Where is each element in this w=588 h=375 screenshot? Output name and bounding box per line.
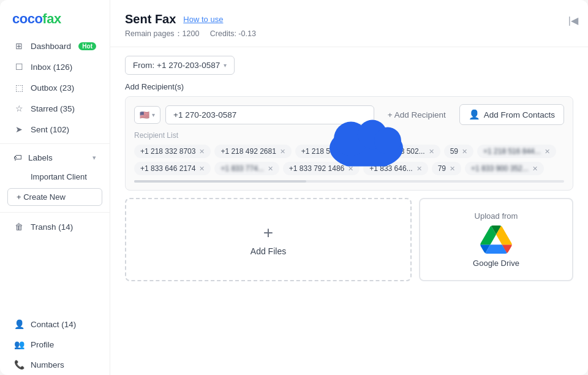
tag-number: 79 xyxy=(438,164,446,173)
chevron-down-icon: ▾ xyxy=(224,62,227,69)
sidebar-item-numbers[interactable]: 📞 Numbers xyxy=(4,355,106,374)
add-from-contacts-label: Add From Contacts xyxy=(484,110,555,119)
tag-icon: 🏷 xyxy=(13,153,22,162)
recipient-list-label: Recipient List xyxy=(134,131,564,140)
tag-number: +1 218 492 2681 xyxy=(221,147,276,156)
list-item: +1 218 492 2681 ✕ xyxy=(214,145,291,158)
sidebar-item-outbox[interactable]: ⬚ Outbox (23) xyxy=(4,78,106,97)
sidebar-item-label: Numbers xyxy=(31,360,96,369)
list-item: +1 833 646 2174 ✕ xyxy=(134,162,211,175)
list-item: +1 833 774... ✕ xyxy=(214,162,279,175)
remove-tag-button[interactable]: ✕ xyxy=(199,165,205,173)
sidebar-item-dashboard[interactable]: ⊞ Dashboard Hot xyxy=(4,36,106,56)
recipient-section: 🇺🇸 ▾ + Add Recipient 👤 Add From Contacts… xyxy=(125,96,573,191)
star-icon: ☆ xyxy=(13,104,24,113)
chevron-down-icon: ▾ xyxy=(92,154,96,162)
collapse-button[interactable]: |◀ xyxy=(568,15,578,26)
remove-tag-button[interactable]: ✕ xyxy=(268,165,273,173)
list-item: +1 833 646... ✕ xyxy=(363,162,428,175)
list-item: 59 ✕ xyxy=(444,145,473,158)
box-icon: ⬚ xyxy=(13,83,24,93)
from-row: From: +1 270-203-0587 ▾ xyxy=(125,56,573,75)
trash-icon: 🗑 xyxy=(13,222,24,232)
tag-number tag-blurred: +1 218 516 844... xyxy=(483,147,541,156)
sidebar-item-label: Starred (35) xyxy=(31,104,96,113)
add-files-label: Add Files xyxy=(251,246,286,256)
logo: cocofax xyxy=(0,0,110,36)
main-header: Sent Fax How to use Remain pages：1200 Cr… xyxy=(110,0,588,47)
remove-tag-button[interactable]: ✕ xyxy=(429,148,434,156)
contact-icon: 👤 xyxy=(13,319,24,329)
tag-number tag-blurred: +1 833 774... xyxy=(221,164,263,173)
remove-tag-button[interactable]: ✕ xyxy=(450,165,455,173)
add-recipient-button[interactable]: + Add Recipient xyxy=(379,106,454,124)
add-files-box[interactable]: + Add Files xyxy=(125,198,412,281)
logo-coco: coco xyxy=(12,11,42,26)
create-new-button[interactable]: + Create New xyxy=(7,188,102,206)
list-item: 79 ✕ xyxy=(432,162,461,175)
label-sub-item-text: Important Client xyxy=(31,172,87,181)
scroll-track xyxy=(134,180,564,183)
sidebar-item-inbox[interactable]: ☐ Inbox (126) xyxy=(4,57,106,77)
remove-tag-button[interactable]: ✕ xyxy=(348,165,353,173)
title-row: Sent Fax How to use xyxy=(125,12,573,26)
sidebar-item-starred[interactable]: ☆ Starred (35) xyxy=(4,99,106,118)
labels-section: 🏷 Labels ▾ Important Client + Create New xyxy=(0,148,110,208)
phone-input[interactable] xyxy=(165,105,374,124)
sidebar-item-contact[interactable]: 👤 Contact (14) xyxy=(4,314,106,334)
scroll-thumb[interactable] xyxy=(134,180,306,183)
grid-icon: ⊞ xyxy=(13,41,24,51)
divider2 xyxy=(0,212,110,213)
tag-number: +1 218 332 8703 xyxy=(140,147,195,156)
person-icon: 👤 xyxy=(469,109,480,120)
add-files-icon: + xyxy=(263,223,273,243)
add-recipients-label: Add Recipient(s) xyxy=(125,82,573,91)
sidebar-item-label: Inbox (126) xyxy=(31,63,96,72)
page-meta: Remain pages：1200 Credits: -0.13 xyxy=(125,29,573,39)
form-section: From: +1 270-203-0587 ▾ Add Recipient(s)… xyxy=(110,47,588,198)
send-icon: ➤ xyxy=(13,124,24,134)
sidebar-item-important-client[interactable]: Important Client xyxy=(4,169,106,185)
recipient-list-section: Recipient List +1 218 332 8703 ✕ +1 218 … xyxy=(134,131,564,183)
remove-tag-button[interactable]: ✕ xyxy=(532,165,538,173)
list-item: +1 218 332 8703 ✕ xyxy=(134,145,211,158)
sidebar-item-profile[interactable]: 👥 Profile xyxy=(4,335,106,354)
logo-fax: fax xyxy=(42,11,61,26)
remove-tag-button[interactable]: ✕ xyxy=(199,148,205,156)
flag-chevron: ▾ xyxy=(152,112,155,118)
tag-number: 59 xyxy=(450,147,458,156)
tag-number: +1 833 646 2174 xyxy=(140,164,195,173)
remove-tag-button[interactable]: ✕ xyxy=(417,165,422,173)
phone-icon: 📞 xyxy=(13,360,24,369)
remove-tag-button[interactable]: ✕ xyxy=(360,148,366,156)
sidebar-item-label: Outbox (23) xyxy=(31,83,96,93)
tag-number: +1 218 502... xyxy=(382,147,424,156)
main-content: |◀ Sent Fax How to use Remain pages：1200… xyxy=(110,0,588,375)
flag-select[interactable]: 🇺🇸 ▾ xyxy=(134,106,160,124)
upload-from-label: Upload from xyxy=(475,211,518,221)
remove-tag-button[interactable]: ✕ xyxy=(462,148,467,156)
google-drive-icon[interactable] xyxy=(480,225,512,254)
recipient-input-row: 🇺🇸 ▾ + Add Recipient 👤 Add From Contacts xyxy=(134,104,564,125)
divider xyxy=(0,143,110,144)
sidebar-item-label: Dashboard xyxy=(31,42,71,51)
from-label: From: +1 270-203-0587 xyxy=(133,61,220,70)
sidebar-item-trash[interactable]: 🗑 Transh (14) xyxy=(4,217,106,237)
list-item: +1 833 792 1486 ✕ xyxy=(283,162,360,175)
create-new-label: + Create New xyxy=(17,192,66,202)
credits: Credits: -0.13 xyxy=(210,29,256,38)
from-select[interactable]: From: +1 270-203-0587 ▾ xyxy=(125,56,235,75)
how-to-use-link[interactable]: How to use xyxy=(183,15,223,24)
tag-number: +1 833 792 1486 xyxy=(289,164,344,173)
dashboard-badge: Hot xyxy=(78,42,96,50)
list-item: +1 833 900 352... ✕ xyxy=(465,162,544,175)
remove-tag-button[interactable]: ✕ xyxy=(545,148,550,156)
nav-bottom: 👤 Contact (14) 👥 Profile 📞 Numbers xyxy=(0,314,110,375)
list-item: +1 218 541 8450 ✕ xyxy=(295,145,372,158)
sidebar-item-sent[interactable]: ➤ Sent (102) xyxy=(4,119,106,139)
tag-number tag-blurred: +1 833 900 352... xyxy=(471,164,529,173)
add-from-contacts-button[interactable]: 👤 Add From Contacts xyxy=(459,104,564,125)
list-item: +1 218 516 844... ✕ xyxy=(477,145,556,158)
remove-tag-button[interactable]: ✕ xyxy=(280,148,285,156)
labels-header[interactable]: 🏷 Labels ▾ xyxy=(4,148,106,167)
